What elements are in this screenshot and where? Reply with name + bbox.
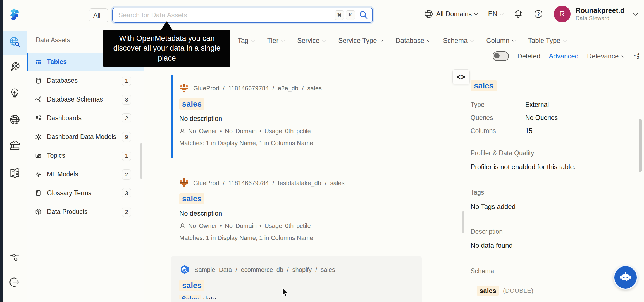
chevron-down-icon xyxy=(621,54,625,58)
chevron-down-icon xyxy=(427,38,431,42)
sidebar-item-glossary-terms[interactable]: Glossary Terms 3 xyxy=(27,184,144,202)
sidebar-item-ml-models[interactable]: ML Models 2 xyxy=(27,165,144,184)
user-menu[interactable]: R Rounakpreet.d Data Steward xyxy=(554,6,637,22)
entity-preview-panel: sales Type External Queries No Queries C… xyxy=(464,66,644,302)
sidebar-item-dashboard-data-models[interactable]: Dashboard Data Models 9 xyxy=(27,128,144,146)
filter-schema[interactable]: Schema xyxy=(443,37,473,44)
domains-dropdown[interactable]: All Domains xyxy=(424,9,478,19)
search-scope-select[interactable]: All xyxy=(89,8,108,22)
search-icon[interactable] xyxy=(359,10,368,20)
avatar[interactable]: R xyxy=(554,6,571,22)
left-panel-scrollbar[interactable] xyxy=(140,143,142,179)
filter-label: Service xyxy=(297,37,319,44)
filter-tag[interactable]: Tag xyxy=(238,37,254,44)
breadcrumb-text[interactable]: GlueProd / 118146679784 / e2e_db / sales xyxy=(193,85,322,92)
preview-scrollbar[interactable] xyxy=(639,119,642,172)
breadcrumb-text[interactable]: Sample Data / ecommerce_db / shopify / s… xyxy=(194,266,335,273)
result-meta: No Owner • No Domain • Usage 0th pctile xyxy=(179,222,422,230)
filter-table-type[interactable]: Table Type xyxy=(528,37,566,44)
filter-service-type[interactable]: Service Type xyxy=(338,37,383,44)
result-title[interactable]: sales xyxy=(179,98,204,110)
language-dropdown[interactable]: EN xyxy=(488,10,503,18)
toggle-knob xyxy=(494,53,500,58)
onboarding-tooltip: With OpenMetadata you can discover all y… xyxy=(103,30,230,67)
sidebar-item-data-products[interactable]: Data Products 2 xyxy=(27,202,144,221)
breadcrumb-text[interactable]: GlueProd / 118146679784 / testdatalake_d… xyxy=(193,180,345,187)
asset-type-list: Tables Databases 1 xyxy=(27,53,144,221)
kv-label: Columns xyxy=(471,127,525,135)
sidebar-item-database-schemas[interactable]: Database Schemas 3 xyxy=(27,90,144,109)
tooltip-text: With OpenMetadata you can discover all y… xyxy=(108,34,226,63)
search-input[interactable] xyxy=(118,11,333,19)
results-scrollbar[interactable] xyxy=(462,211,464,233)
result-meta-text: No Owner • No Domain • Usage 0th pctile xyxy=(188,222,311,230)
globe-grid-icon xyxy=(424,9,433,19)
sidebar-item-insights[interactable] xyxy=(3,87,27,100)
sidebar-item-label: ML Models xyxy=(47,171,78,178)
panel-title: Data Assets xyxy=(36,36,70,44)
filter-column[interactable]: Column xyxy=(486,37,515,44)
mouse-cursor xyxy=(280,287,289,298)
sidebar-item-topics[interactable]: Topics 1 xyxy=(27,146,144,165)
user-role: Data Steward xyxy=(576,15,624,22)
filter-label: Tier xyxy=(267,37,278,44)
k-keycap: K xyxy=(346,10,355,20)
domains-label: All Domains xyxy=(436,10,472,18)
kv-value: 15 xyxy=(525,127,533,135)
filter-database[interactable]: Database xyxy=(395,37,430,44)
filter-service[interactable]: Service xyxy=(297,37,325,44)
sort-dropdown[interactable]: Relevance xyxy=(587,52,625,60)
global-search-box[interactable]: ⌘ K xyxy=(112,8,373,23)
preview-summary: Type External Queries No Queries Columns… xyxy=(471,101,644,135)
kv-value: No Queries xyxy=(525,114,558,122)
result-card-sales-shopify[interactable]: Sample Data / ecommerce_db / shopify / s… xyxy=(171,256,422,302)
deleted-toggle[interactable] xyxy=(493,51,509,61)
result-title[interactable]: sales xyxy=(179,280,204,291)
sidebar-item-domains[interactable] xyxy=(3,113,27,126)
notifications-button[interactable] xyxy=(514,9,523,19)
result-title[interactable]: sales xyxy=(179,193,204,204)
sidebar-item-observability[interactable] xyxy=(3,61,27,73)
chevron-down-icon xyxy=(470,38,474,42)
filter-tier[interactable]: Tier xyxy=(267,37,284,44)
data-assets-panel: Data Assets Tables Databases 1 xyxy=(27,28,145,302)
chevron-down-icon[interactable] xyxy=(633,11,638,16)
result-matches: Matches: 1 in Display Name, 1 in Columns… xyxy=(179,140,422,147)
kv-row-columns: Columns 15 xyxy=(471,127,644,135)
schema-field-type: (DOUBLE) xyxy=(503,287,533,294)
logout-button[interactable] xyxy=(3,275,27,289)
sidebar-item-databases[interactable]: Databases 1 xyxy=(27,71,144,90)
sort-az-icon[interactable]: ↑ AZ xyxy=(633,53,640,60)
preview-title[interactable]: sales xyxy=(471,80,497,91)
filter-bar: Tag Tier Service Service Type Database S… xyxy=(238,32,566,49)
glue-service-icon xyxy=(179,178,189,189)
sidebar-item-knowledge-center[interactable] xyxy=(3,167,27,180)
help-button[interactable]: ? xyxy=(534,9,543,19)
search-scope-value: All xyxy=(93,12,101,19)
robot-icon xyxy=(619,270,633,284)
openmetadata-logo-icon[interactable] xyxy=(8,7,21,21)
sidebar-item-dashboards[interactable]: Dashboards 2 xyxy=(27,109,144,128)
chevron-down-icon xyxy=(281,38,285,42)
person-icon xyxy=(179,128,185,134)
result-card-sales-e2e[interactable]: GlueProd / 118146679784 / e2e_db / sales… xyxy=(171,75,422,158)
svg-text:?: ? xyxy=(537,12,540,16)
chat-assistant-button[interactable] xyxy=(613,265,638,290)
sidebar-item-label: Glossary Terms xyxy=(47,189,91,197)
chevron-down-icon xyxy=(101,13,105,17)
search-results-list: GlueProd / 118146679784 / e2e_db / sales… xyxy=(144,66,464,302)
result-card-sales-testdatalake[interactable]: GlueProd / 118146679784 / testdatalake_d… xyxy=(171,170,422,251)
filter-label: Service Type xyxy=(338,37,377,44)
user-name: Rounakpreet.d xyxy=(576,6,624,15)
sidebar-item-settings[interactable] xyxy=(3,251,27,264)
collapse-preview-button[interactable]: <> xyxy=(452,69,470,84)
description-section-heading: Description xyxy=(471,228,644,235)
advanced-search-link[interactable]: Advanced xyxy=(549,52,579,60)
deleted-label: Deleted xyxy=(517,52,540,60)
chevron-down-icon xyxy=(251,38,255,42)
sidebar-item-explore[interactable] xyxy=(3,36,27,49)
kv-row-queries: Queries No Queries xyxy=(471,114,644,122)
sidebar-item-governance[interactable] xyxy=(3,139,27,152)
top-right-controls: All Domains EN ? xyxy=(424,0,637,28)
result-description: No description xyxy=(179,115,422,122)
